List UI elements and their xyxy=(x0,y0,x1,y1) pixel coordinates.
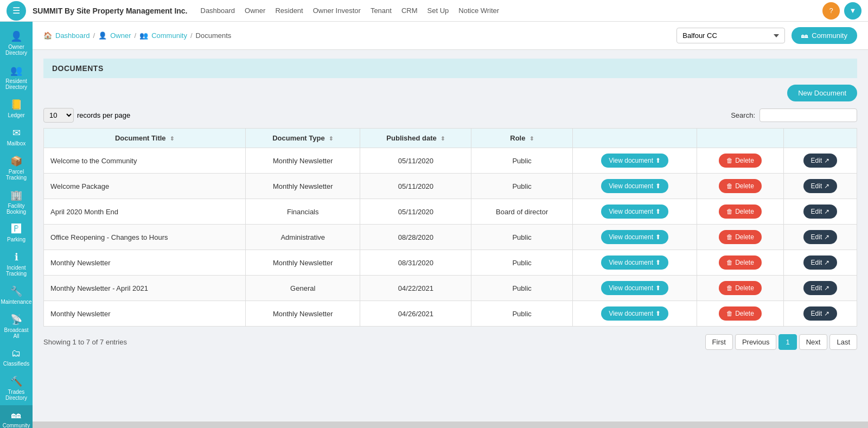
view-document-button[interactable]: View document ⬆ xyxy=(601,179,668,193)
nav-dashboard[interactable]: Dashboard xyxy=(201,7,235,15)
view-document-button[interactable]: View document ⬆ xyxy=(601,154,668,168)
cell-delete: 🗑 Delete xyxy=(697,276,784,301)
sidebar-item-parcel-tracking[interactable]: 📦 Parcel Tracking xyxy=(0,151,33,185)
delete-icon: 🗑 xyxy=(726,157,733,164)
edit-icon: ↗ xyxy=(824,310,829,317)
community-btn-label: Community xyxy=(812,31,847,40)
sidebar-item-classifieds[interactable]: 🗂 Classifieds xyxy=(0,343,33,359)
edit-icon: ↗ xyxy=(824,182,829,190)
sidebar-item-label: Mailbox xyxy=(7,140,25,146)
community-button[interactable]: 🏘 Community xyxy=(792,27,857,44)
view-document-button[interactable]: View document ⬆ xyxy=(601,255,668,270)
cell-type: Monthly Newsletter xyxy=(246,174,360,199)
section-title: DOCUMENTS xyxy=(43,59,857,78)
col-view xyxy=(572,129,697,148)
parcel-icon: 📦 xyxy=(10,155,22,167)
delete-button[interactable]: 🗑 Delete xyxy=(719,230,762,244)
breadcrumb-community-icon: 👥 xyxy=(139,31,148,40)
sidebar-item-ledger[interactable]: 📒 Ledger xyxy=(0,94,33,123)
sidebar-item-maintenance[interactable]: 🔧 Maintenance xyxy=(0,281,33,309)
maintenance-icon: 🔧 xyxy=(10,285,22,297)
cell-view: View document ⬆ xyxy=(572,174,697,199)
cell-delete: 🗑 Delete xyxy=(697,199,784,225)
edit-button[interactable]: Edit ↗ xyxy=(803,205,838,219)
app-icon[interactable]: ☰ xyxy=(7,1,26,21)
sort-date-icon[interactable]: ⇕ xyxy=(441,136,445,142)
cell-role: Public xyxy=(471,301,573,327)
incident-icon: ℹ xyxy=(15,251,18,263)
showing-text: Showing 1 to 7 of 7 entries xyxy=(43,338,127,346)
nav-crm[interactable]: CRM xyxy=(401,7,418,15)
sidebar-item-resident-directory[interactable]: 👥 Resident Directory xyxy=(0,60,33,94)
view-icon: ⬆ xyxy=(655,182,661,190)
cell-type: Financials xyxy=(246,199,360,225)
delete-button[interactable]: 🗑 Delete xyxy=(719,306,762,321)
edit-button[interactable]: Edit ↗ xyxy=(803,230,838,244)
sort-type-icon[interactable]: ⇕ xyxy=(329,136,333,142)
pagination-previous[interactable]: Previous xyxy=(735,334,777,350)
sidebar-item-label: Facility Booking xyxy=(2,203,30,215)
delete-button[interactable]: 🗑 Delete xyxy=(719,179,762,193)
new-document-button[interactable]: New Document xyxy=(787,85,857,101)
delete-button[interactable]: 🗑 Delete xyxy=(719,205,762,219)
top-navbar: ☰ SUMMIT By Site Property Management Inc… xyxy=(0,0,868,22)
delete-button[interactable]: 🗑 Delete xyxy=(719,281,762,295)
sort-title-icon[interactable]: ⇕ xyxy=(170,136,174,142)
cell-title: Monthly Newsletter - April 2021 xyxy=(44,276,246,301)
pagination-next[interactable]: Next xyxy=(799,334,828,350)
edit-button[interactable]: Edit ↗ xyxy=(803,179,838,193)
breadcrumb-owner[interactable]: Owner xyxy=(110,31,131,40)
pagination-last[interactable]: Last xyxy=(829,334,857,350)
records-select[interactable]: 10 25 50 100 xyxy=(43,108,74,123)
sidebar-item-owner-directory[interactable]: 👤 Owner Directory xyxy=(0,26,33,60)
cell-title: Monthly Newsletter xyxy=(44,301,246,327)
delete-icon: 🗑 xyxy=(726,182,733,190)
cell-role: Board of director xyxy=(471,199,573,225)
cell-view: View document ⬆ xyxy=(572,148,697,174)
nav-setup[interactable]: Set Up xyxy=(427,7,449,15)
breadcrumb-dashboard[interactable]: Dashboard xyxy=(55,31,90,40)
community-selector[interactable]: Balfour CC Community A Community B xyxy=(676,28,785,43)
view-document-button[interactable]: View document ⬆ xyxy=(601,230,668,244)
sidebar-item-incident-tracking[interactable]: ℹ Incident Tracking xyxy=(0,247,33,281)
breadcrumb: 🏠 Dashboard / 👤 Owner / 👥 Community / Do… xyxy=(43,31,231,40)
cell-type: Monthly Newsletter xyxy=(246,301,360,327)
sidebar-item-facility-booking[interactable]: 🏢 Facility Booking xyxy=(0,185,33,219)
cell-date: 05/11/2020 xyxy=(360,148,471,174)
edit-button[interactable]: Edit ↗ xyxy=(803,281,838,295)
col-edit xyxy=(783,129,857,148)
sort-role-icon[interactable]: ⇕ xyxy=(529,136,534,142)
delete-icon: 🗑 xyxy=(726,208,733,215)
parking-icon: 🅿 xyxy=(11,223,21,235)
cell-delete: 🗑 Delete xyxy=(697,225,784,250)
pagination-current[interactable]: 1 xyxy=(778,334,796,350)
nav-tenant[interactable]: Tenant xyxy=(371,7,392,15)
view-document-button[interactable]: View document ⬆ xyxy=(601,281,668,295)
edit-button[interactable]: Edit ↗ xyxy=(803,255,838,270)
sidebar-item-mailbox[interactable]: ✉ Mailbox xyxy=(0,123,33,151)
delete-button[interactable]: 🗑 Delete xyxy=(719,255,762,270)
pagination-first[interactable]: First xyxy=(705,334,733,350)
sidebar-item-broadcast-all[interactable]: 📡 Broadcast All xyxy=(0,309,33,343)
view-document-button[interactable]: View document ⬆ xyxy=(601,306,668,321)
user-button[interactable]: ▼ xyxy=(844,2,861,20)
edit-icon: ↗ xyxy=(824,284,829,292)
edit-button[interactable]: Edit ↗ xyxy=(803,306,838,321)
edit-icon: ↗ xyxy=(824,233,829,241)
view-icon: ⬆ xyxy=(655,310,661,317)
nav-resident[interactable]: Resident xyxy=(275,7,303,15)
nav-notice-writer[interactable]: Notice Writer xyxy=(458,7,499,15)
cell-view: View document ⬆ xyxy=(572,199,697,225)
view-icon: ⬆ xyxy=(655,259,661,266)
search-input[interactable] xyxy=(760,108,857,122)
breadcrumb-community[interactable]: Community xyxy=(151,31,187,40)
view-document-button[interactable]: View document ⬆ xyxy=(601,205,668,219)
nav-owner[interactable]: Owner xyxy=(245,7,265,15)
nav-owner-investor[interactable]: Owner Investor xyxy=(313,7,361,15)
sidebar-item-parking[interactable]: 🅿 Parking xyxy=(0,219,33,247)
edit-button[interactable]: Edit ↗ xyxy=(803,154,838,168)
help-button[interactable]: ? xyxy=(822,2,840,20)
cell-date: 05/11/2020 xyxy=(360,174,471,199)
delete-button[interactable]: 🗑 Delete xyxy=(719,154,762,168)
view-icon: ⬆ xyxy=(655,284,661,292)
